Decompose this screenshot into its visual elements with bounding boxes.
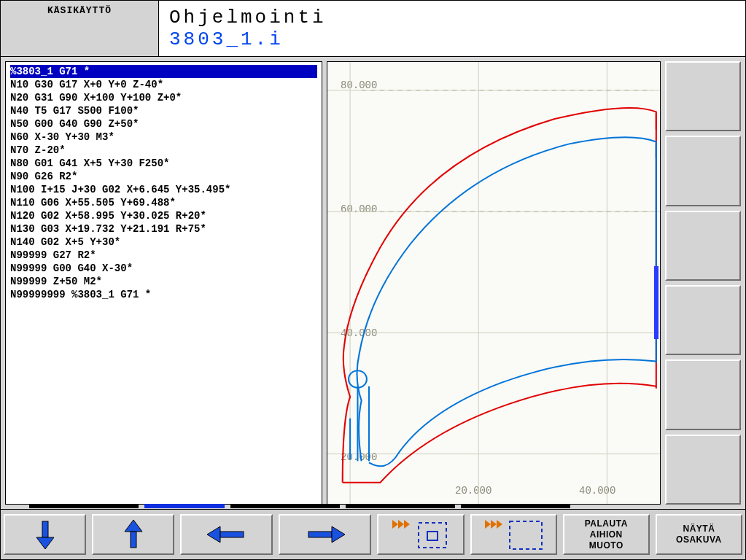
scroll-indicator[interactable] xyxy=(654,266,658,339)
code-line[interactable]: N110 G06 X+55.505 Y+69.488* xyxy=(10,196,317,209)
svg-marker-19 xyxy=(207,526,220,542)
svg-rect-15 xyxy=(42,521,48,537)
arrow-right-icon xyxy=(304,524,346,545)
code-line[interactable]: N100 I+15 J+30 G02 X+6.645 Y+35.495* xyxy=(10,183,317,196)
svg-marker-22 xyxy=(332,526,345,542)
softkey-r2[interactable] xyxy=(665,136,741,206)
svg-rect-20 xyxy=(220,532,244,537)
main-area: %3803_1 G71 *N10 G30 G17 X+0 Y+0 Z-40*N2… xyxy=(0,57,746,509)
right-softkey-column xyxy=(665,57,745,509)
reset-blank-label: PALAUTAAIHIONMUOTO xyxy=(585,518,628,551)
page-title: Ohjelmointi xyxy=(169,7,745,28)
zoom-window-large-icon xyxy=(482,517,545,552)
svg-rect-18 xyxy=(131,532,136,548)
softkey-r1[interactable] xyxy=(665,61,741,131)
code-line[interactable]: N140 G02 X+5 Y+30* xyxy=(10,236,317,249)
arrow-up-icon xyxy=(119,518,148,551)
show-subview-label: NÄYTÄOSAKUVA xyxy=(676,524,722,545)
code-line[interactable]: N40 T5 G17 S500 F100* xyxy=(10,104,317,117)
arrow-left-icon xyxy=(206,524,248,545)
zoom-window-large-button[interactable] xyxy=(470,514,557,555)
header-right: Ohjelmointi 3803_1.i xyxy=(159,1,745,56)
bottom-softkey-row: PALAUTAAIHIONMUOTO NÄYTÄOSAKUVA xyxy=(0,509,746,560)
code-line[interactable]: N99999999 %3803_1 G71 * xyxy=(10,288,317,301)
code-line[interactable]: N99999 Z+50 M2* xyxy=(10,275,317,288)
svg-rect-27 xyxy=(427,532,438,540)
svg-marker-25 xyxy=(404,520,410,529)
svg-marker-30 xyxy=(497,520,502,529)
code-line[interactable]: N99999 G00 G40 X-30* xyxy=(10,262,317,275)
zoom-window-small-icon xyxy=(389,517,452,552)
header: KÄSIKÄYTTÖ Ohjelmointi 3803_1.i xyxy=(0,0,746,57)
arrow-down-button[interactable] xyxy=(4,514,86,555)
screen: KÄSIKÄYTTÖ Ohjelmointi 3803_1.i %3803_1 … xyxy=(0,0,746,560)
svg-marker-17 xyxy=(125,520,142,532)
svg-rect-21 xyxy=(308,532,332,537)
code-line[interactable]: N130 G03 X+19.732 Y+21.191 R+75* xyxy=(10,222,317,236)
arrow-up-button[interactable] xyxy=(92,514,174,555)
show-subview-button[interactable]: NÄYTÄOSAKUVA xyxy=(656,514,742,555)
svg-marker-28 xyxy=(485,520,491,529)
softkey-r4[interactable] xyxy=(665,285,741,355)
softkey-r6[interactable] xyxy=(665,435,741,505)
softkey-page-indicator xyxy=(0,503,746,509)
code-line[interactable]: N10 G30 G17 X+0 Y+0 Z-40* xyxy=(10,78,317,91)
svg-rect-26 xyxy=(419,523,446,548)
code-pane[interactable]: %3803_1 G71 *N10 G30 G17 X+0 Y+0 Z-40*N2… xyxy=(5,61,322,505)
toolpath-graphic xyxy=(327,62,660,504)
code-line[interactable]: N60 X-30 Y+30 M3* xyxy=(10,131,317,144)
mode-cell: KÄSIKÄYTTÖ xyxy=(1,1,159,56)
code-line[interactable]: %3803_1 G71 * xyxy=(10,65,317,78)
file-name: 3803_1.i xyxy=(169,28,745,50)
svg-marker-16 xyxy=(36,537,54,549)
zoom-window-small-button[interactable] xyxy=(377,514,464,555)
code-line[interactable]: N90 G26 R2* xyxy=(10,170,317,183)
svg-marker-24 xyxy=(398,520,404,529)
code-line[interactable]: N70 Z-20* xyxy=(10,144,317,157)
reset-blank-shape-button[interactable]: PALAUTAAIHIONMUOTO xyxy=(563,514,650,555)
softkey-r5[interactable] xyxy=(665,359,741,429)
softkey-r3[interactable] xyxy=(665,211,741,281)
code-line[interactable]: N80 G01 G41 X+5 Y+30 F250* xyxy=(10,157,317,170)
arrow-right-button[interactable] xyxy=(279,514,371,555)
svg-marker-29 xyxy=(491,520,497,529)
code-line[interactable]: N20 G31 G90 X+100 Y+100 Z+0* xyxy=(10,91,317,104)
svg-marker-23 xyxy=(392,520,398,529)
arrow-left-button[interactable] xyxy=(180,514,273,555)
graph-pane[interactable]: 80.000 60.000 40.000 20.000 20.000 40.00… xyxy=(327,61,661,505)
code-line[interactable]: N99999 G27 R2* xyxy=(10,249,317,262)
arrow-down-icon xyxy=(31,518,60,551)
mode-label: KÄSIKÄYTTÖ xyxy=(47,5,112,16)
svg-rect-31 xyxy=(510,521,542,549)
code-line[interactable]: N120 G02 X+58.995 Y+30.025 R+20* xyxy=(10,209,317,222)
code-line[interactable]: N50 G00 G40 G90 Z+50* xyxy=(10,117,317,131)
